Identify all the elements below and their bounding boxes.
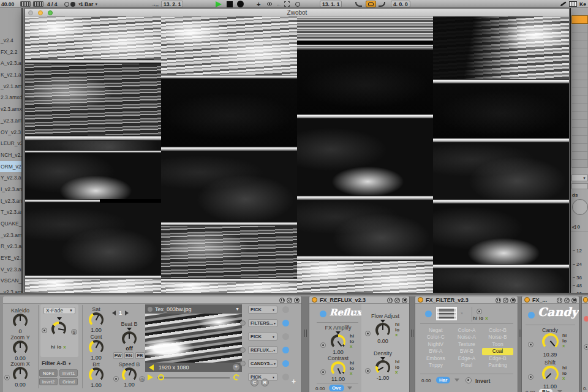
browser-item[interactable]: NCH_v2.3.: [0, 149, 21, 161]
overdub-icon[interactable]: [295, 2, 300, 7]
clip-slot[interactable]: [571, 152, 588, 160]
bank-stepper[interactable]: 1: [112, 310, 129, 316]
clip-slot[interactable]: [571, 136, 588, 144]
quantize-menu[interactable]: 1 Bar▼: [80, 0, 98, 8]
clip-slot[interactable]: [571, 104, 588, 112]
kaleido-knob[interactable]: [13, 314, 28, 328]
candy-close-icon[interactable]: ×: [570, 313, 572, 317]
unfold-icon[interactable]: [557, 298, 562, 303]
sat-value[interactable]: 1.00: [91, 327, 102, 333]
filter-mode-pill[interactable]: Har: [436, 377, 450, 383]
filter-preset[interactable]: NightV: [420, 341, 451, 348]
filter-blue-led[interactable]: [425, 311, 432, 317]
filter-preset[interactable]: Toon: [482, 341, 513, 348]
device-divider[interactable]: [409, 296, 415, 392]
browser-item[interactable]: I_v2.3.am: [0, 184, 21, 195]
record-button[interactable]: [237, 1, 244, 7]
reflux-mode-pill[interactable]: Ove: [329, 385, 344, 391]
browser-item[interactable]: T_v2.3.am: [0, 206, 21, 218]
pick-mod-dot[interactable]: [240, 361, 246, 366]
fx-amplify-value[interactable]: 1.00: [333, 349, 344, 355]
media-caret-icon[interactable]: ▼: [235, 307, 239, 311]
browser-item[interactable]: ORM_v2.3.: [0, 161, 21, 173]
browser-item[interactable]: LEUR_v2.3: [0, 138, 21, 149]
filter-preset[interactable]: Edge-A: [451, 355, 483, 362]
browser-item[interactable]: _v2.1.amx: [0, 81, 21, 92]
clip-slot[interactable]: [571, 120, 588, 128]
clip-slot[interactable]: [571, 80, 588, 88]
media-add-icon[interactable]: +: [233, 364, 239, 371]
density-mod-radio[interactable]: [365, 368, 371, 374]
filter-preset[interactable]: Coal: [482, 348, 513, 355]
candy-activator-led[interactable]: [524, 297, 530, 303]
media-loop-refresh-icon[interactable]: [233, 374, 241, 382]
stepper-left-icon[interactable]: [112, 311, 116, 315]
chain-led[interactable]: [282, 306, 289, 313]
clip-slot[interactable]: [571, 160, 588, 168]
reflux-footer-value[interactable]: 0.00: [315, 386, 325, 391]
beat-b-value[interactable]: off: [126, 345, 133, 352]
reflux-mode-caret-icon[interactable]: [347, 386, 352, 390]
invert-radio[interactable]: [466, 377, 472, 383]
device-divider[interactable]: [301, 296, 309, 392]
output-routing-dropdown[interactable]: ▼: [571, 175, 588, 181]
media-play-icon[interactable]: [148, 374, 153, 380]
xfade-knob[interactable]: [51, 322, 66, 336]
density-knob[interactable]: [375, 360, 390, 375]
stop-button[interactable]: [227, 1, 233, 7]
window-zoom-button[interactable]: [48, 10, 53, 15]
filter-preset[interactable]: Noise-B: [482, 334, 513, 341]
save-preset-icon[interactable]: [402, 298, 407, 303]
zoom-x-knob[interactable]: [13, 367, 28, 382]
back-arrow-icon[interactable]: ←: [276, 0, 282, 8]
candy-blue-led[interactable]: [528, 312, 535, 318]
clip-slot[interactable]: [571, 56, 588, 64]
hotswap-icon[interactable]: [394, 298, 400, 303]
clip-slot[interactable]: [571, 96, 588, 104]
link-icon[interactable]: [267, 0, 272, 8]
filter-ab-dropdown[interactable]: Filter A-B ▼: [42, 360, 72, 366]
browser-item[interactable]: VSCAN_v2.: [0, 275, 21, 287]
flow-adjust-value[interactable]: 0.00: [377, 338, 388, 344]
nofx-button[interactable]: NoFx: [39, 369, 58, 377]
zoom-x-mod-radio[interactable]: [4, 375, 10, 380]
quantize-grid-icon[interactable]: [20, 1, 31, 7]
sat-knob[interactable]: [89, 312, 104, 327]
filter-close-icon[interactable]: ×: [461, 311, 463, 315]
browser-item[interactable]: _v2.4: [0, 35, 21, 47]
clip-slot[interactable]: [571, 88, 588, 96]
clip-slot[interactable]: [571, 72, 588, 80]
flow-adjust-mod-radio[interactable]: [365, 331, 371, 336]
browser-item[interactable]: v2.3.amxd: [0, 104, 21, 115]
hotswap-icon[interactable]: [503, 298, 508, 303]
xfade-mod-radio[interactable]: [42, 328, 47, 333]
partial-mod-radio[interactable]: [584, 344, 588, 350]
browser-item[interactable]: EYE_v2.3.: [0, 252, 21, 264]
add-button[interactable]: +: [257, 0, 260, 8]
pick-dropdown[interactable]: PICK▼: [248, 306, 277, 314]
media-header[interactable]: Tex_003bw.jpg ▼: [145, 304, 242, 314]
groove-pool-icon[interactable]: [33, 1, 43, 7]
candy-knob[interactable]: [542, 333, 559, 350]
rn-button[interactable]: RN: [124, 352, 134, 359]
candy-value[interactable]: 10.39: [543, 352, 557, 358]
reflux-close-icon[interactable]: ×: [353, 311, 356, 315]
cont-value[interactable]: 1.00: [91, 355, 102, 361]
window-minimize-button[interactable]: [38, 10, 43, 15]
fr-button[interactable]: FR: [135, 352, 145, 359]
filter-preset[interactable]: Noise-A: [451, 334, 483, 341]
pick-dropdown[interactable]: FILTERS...▼: [248, 319, 277, 327]
filter-footer-value[interactable]: 0.00: [421, 378, 431, 383]
arrangement-position-field[interactable]: 13. 2. 1: [161, 1, 183, 7]
filter-preset[interactable]: Texture: [451, 341, 483, 348]
browser-item[interactable]: V_v2.3.am: [0, 264, 21, 276]
r-button[interactable]: R: [261, 379, 269, 386]
clip-slot[interactable]: [571, 64, 588, 72]
browser-item[interactable]: _v2.3.amx: [0, 230, 21, 241]
time-signature-field[interactable]: 4 / 4: [47, 0, 58, 8]
grind-button[interactable]: Grind: [59, 378, 78, 385]
s-badge[interactable]: S: [71, 329, 77, 335]
c-button[interactable]: C: [251, 379, 258, 386]
partial-activator-led[interactable]: [583, 297, 588, 303]
media-preview-image[interactable]: [145, 314, 242, 363]
